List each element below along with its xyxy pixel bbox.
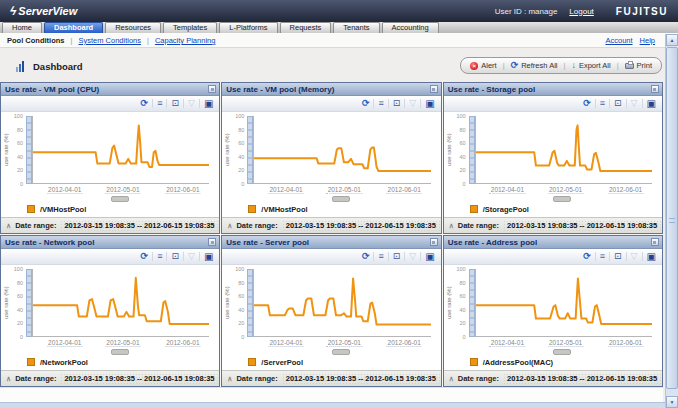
collapse-icon[interactable]: ∧ [6, 375, 11, 383]
save-icon[interactable]: ▣ [425, 252, 434, 262]
panel-titlebar[interactable]: Use rate - VM pool (CPU) [1, 83, 219, 96]
export-icon[interactable]: ⊡ [171, 99, 179, 108]
legend-label: /ServerPool [261, 358, 303, 367]
scrollbar-thumb[interactable] [666, 47, 678, 389]
table-view-icon[interactable]: ≡ [600, 252, 605, 261]
tab-resources[interactable]: Resources [105, 22, 161, 33]
export-icon[interactable]: ⊡ [614, 99, 622, 108]
refresh-icon[interactable]: ⟳ [362, 99, 370, 108]
refresh-all-icon: ⟳ [511, 61, 519, 70]
date-range-value[interactable]: 2012-03-15 19:08:35 -- 2012-06-15 19:08:… [503, 373, 661, 384]
collapse-icon[interactable]: ∧ [449, 375, 454, 383]
save-icon[interactable]: ▣ [425, 99, 434, 109]
horizontal-zoom-slider[interactable] [254, 348, 430, 354]
chart-panel-4: Use rate - Network pool ⟳≡⊡▽▣ use rate (… [0, 235, 220, 387]
filter-icon[interactable]: ▽ [188, 99, 195, 108]
filter-icon[interactable]: ▽ [631, 99, 638, 108]
maximize-icon[interactable] [651, 85, 659, 93]
panel-titlebar[interactable]: Use rate - VM pool (Memory) [222, 83, 440, 96]
refresh-icon[interactable]: ⟳ [583, 252, 591, 261]
refresh-icon[interactable]: ⟳ [583, 99, 591, 108]
maximize-icon[interactable] [430, 85, 438, 93]
filter-icon[interactable]: ▽ [631, 252, 638, 261]
collapse-icon[interactable]: ∧ [6, 222, 11, 230]
date-range-value[interactable]: 2012-03-15 19:08:35 -- 2012-06-15 19:08:… [60, 220, 218, 231]
panel-titlebar[interactable]: Use rate - Server pool [222, 236, 440, 249]
tab-templates[interactable]: Templates [163, 22, 217, 33]
table-view-icon[interactable]: ≡ [157, 252, 162, 261]
slider-thumb[interactable] [553, 196, 571, 202]
refresh-icon[interactable]: ⟳ [141, 99, 149, 108]
panel-titlebar[interactable]: Use rate - Address pool [444, 236, 662, 249]
panel-titlebar[interactable]: Use rate - Network pool [1, 236, 219, 249]
y-tick: 40 [460, 154, 466, 160]
subnav-item-capacity-planning[interactable]: Capacity Planning [155, 36, 215, 45]
horizontal-zoom-slider[interactable] [33, 348, 209, 354]
save-icon[interactable]: ▣ [204, 252, 213, 262]
panel-titlebar[interactable]: Use rate - Storage pool [444, 83, 662, 96]
export-icon[interactable]: ⊡ [393, 252, 401, 261]
table-view-icon[interactable]: ≡ [600, 99, 605, 108]
table-view-icon[interactable]: ≡ [378, 252, 383, 261]
tab-home[interactable]: Home [2, 22, 42, 33]
separator [404, 99, 405, 108]
top-bar: ϟ ServerView User ID : manage Logout FUJ… [0, 0, 678, 22]
date-range-label: Date range: [458, 374, 499, 383]
date-range-value[interactable]: 2012-03-15 19:08:35 -- 2012-06-15 19:08:… [503, 220, 661, 231]
refresh-icon[interactable]: ⟳ [362, 252, 370, 261]
legend-label: /AddressPool(MAC) [483, 358, 553, 367]
line-chart [254, 269, 430, 336]
collapse-icon[interactable]: ∧ [227, 375, 232, 383]
horizontal-zoom-slider[interactable] [33, 195, 209, 201]
scroll-up-icon[interactable]: ▲ [666, 34, 678, 46]
slider-thumb[interactable] [111, 196, 129, 202]
slider-thumb[interactable] [111, 349, 129, 355]
filter-icon[interactable]: ▽ [188, 252, 195, 261]
scroll-down-icon[interactable]: ▼ [666, 396, 678, 408]
export-icon[interactable]: ⊡ [171, 252, 179, 261]
table-view-icon[interactable]: ≡ [378, 99, 383, 108]
table-view-icon[interactable]: ≡ [157, 99, 162, 108]
export-icon[interactable]: ⊡ [393, 99, 401, 108]
maximize-icon[interactable] [208, 85, 216, 93]
export-icon[interactable]: ⊡ [614, 252, 622, 261]
filter-icon[interactable]: ▽ [409, 252, 416, 261]
tab-l-platforms[interactable]: L-Platforms [219, 22, 277, 33]
horizontal-zoom-slider[interactable] [476, 348, 652, 354]
maximize-icon[interactable] [651, 238, 659, 246]
tab-tenants[interactable]: Tenants [333, 22, 379, 33]
slider-thumb[interactable] [332, 349, 350, 355]
subnav-item-system-conditions[interactable]: System Conditions [78, 36, 141, 45]
filter-icon[interactable]: ▽ [409, 99, 416, 108]
maximize-icon[interactable] [208, 238, 216, 246]
logout-link[interactable]: Logout [569, 7, 593, 16]
tab-requests[interactable]: Requests [280, 22, 332, 33]
slider-thumb[interactable] [332, 196, 350, 202]
save-icon[interactable]: ▣ [647, 99, 656, 109]
print-button[interactable]: Print [625, 61, 652, 70]
tab-accounting[interactable]: Accounting [382, 22, 439, 33]
maximize-icon[interactable] [430, 238, 438, 246]
y-axis-ticks: 100806040200 [232, 116, 247, 184]
subnav-item-pool-conditions[interactable]: Pool Conditions [7, 36, 65, 45]
refresh-icon[interactable]: ⟳ [141, 252, 149, 261]
tab-dashboard[interactable]: Dashboard [44, 22, 103, 33]
slider-thumb[interactable] [553, 349, 571, 355]
collapse-icon[interactable]: ∧ [449, 222, 454, 230]
horizontal-zoom-slider[interactable] [476, 195, 652, 201]
save-icon[interactable]: ▣ [204, 99, 213, 109]
line-chart [254, 116, 430, 183]
account-link[interactable]: Account [605, 36, 632, 45]
refresh-all-button[interactable]: ⟳Refresh All [511, 61, 558, 70]
vertical-scrollbar[interactable]: ▲ ▼ [665, 34, 678, 408]
collapse-icon[interactable]: ∧ [227, 222, 232, 230]
date-range-value[interactable]: 2012-03-15 19:08:35 -- 2012-06-15 19:08:… [60, 373, 218, 384]
date-range-value[interactable]: 2012-03-15 19:08:35 -- 2012-06-15 19:08:… [282, 220, 440, 231]
alert-button[interactable]: ×Alert [470, 61, 496, 70]
date-range-value[interactable]: 2012-03-15 19:08:35 -- 2012-06-15 19:08:… [282, 373, 440, 384]
horizontal-zoom-slider[interactable] [254, 195, 430, 201]
export-all-button[interactable]: ↓Export All [571, 61, 610, 70]
help-link[interactable]: Help [640, 36, 655, 45]
date-range-label: Date range: [236, 374, 277, 383]
save-icon[interactable]: ▣ [647, 252, 656, 262]
